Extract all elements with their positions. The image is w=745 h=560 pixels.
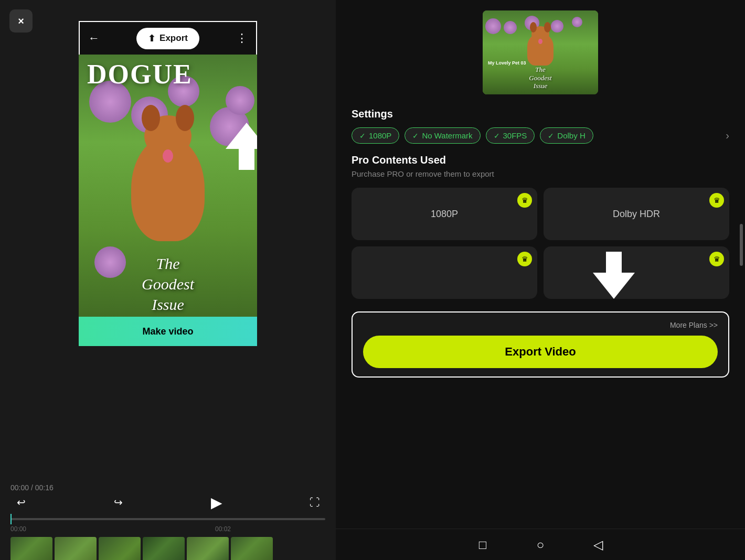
back-arrow-icon[interactable]: ← [88,31,100,45]
settings-row: ✓ 1080P ✓ No Watermark ✓ 30FPS ✓ Dolby H… [352,127,729,144]
nav-recents-button[interactable]: ◁ [590,537,606,553]
timeline-cursor[interactable] [10,514,12,524]
pro-items-grid: ♛ 1080P ♛ Dolby HDR [352,188,729,240]
check-icon: ✓ [494,132,500,140]
crown-badge: ♛ [517,193,532,208]
fullscreen-button[interactable]: ⛶ [304,492,325,513]
play-button[interactable]: ▶ [205,491,228,514]
setting-chip-1080p[interactable]: ✓ 1080P [352,127,399,144]
timeline-labels: 00:00 00:02 [10,525,325,533]
left-panel: × ← ⬆ Export ⋮ DOGUE [0,0,336,560]
preview-subtitle: The Goodest Issue [483,66,598,90]
export-area: More Plans >> Export Video [352,311,729,378]
timeline-scrubber[interactable] [10,518,325,520]
crown-badge: ♛ [709,193,724,208]
more-plans-link[interactable]: More Plans >> [363,321,718,329]
fullscreen-icon: ⛶ [310,497,320,509]
upload-arrow-icon [226,123,257,170]
close-icon: × [18,15,24,27]
pro-items-bottom-row: ♛ ♛ [352,246,729,299]
pro-items-grid-bottom: ♛ ♛ [352,246,729,299]
undo-icon: ↩ [17,496,26,509]
playback-controls: ↩ ↪ ▶ ⛶ [10,491,325,514]
play-icon: ▶ [211,494,222,511]
settings-label: Settings [352,108,729,120]
nav-square-icon: □ [479,537,487,552]
crown-icon: ♛ [714,196,720,204]
thumbnail-item [143,537,185,560]
magazine-title: DOGUE [79,55,257,94]
right-content: The Goodest Issue My Lovely Pet 03 Setti… [336,0,745,378]
pro-contents-label: Pro Contents Used [352,154,729,166]
redo-button[interactable]: ↪ [108,492,129,513]
svg-marker-0 [226,123,257,170]
preview-pet-name: My Lovely Pet 03 [488,60,526,66]
export-button-label: Export [159,33,188,44]
pro-item-3[interactable]: ♛ [352,246,537,299]
check-icon: ✓ [548,132,554,140]
settings-expand-icon[interactable]: › [726,130,729,142]
close-button[interactable]: × [9,9,33,33]
crown-icon: ♛ [522,255,528,263]
nav-circle-icon: ○ [537,537,545,552]
phone-preview: ← ⬆ Export ⋮ DOGUE [79,21,257,346]
pro-item-label-1080p: 1080P [431,209,458,220]
crown-badge: ♛ [709,252,724,266]
subtitle-text: The Goodest Issue [79,253,257,315]
crown-icon: ♛ [714,255,720,263]
make-video-button[interactable]: Make video [79,317,257,346]
bottom-nav-bar: □ ○ ◁ [336,529,745,560]
redo-icon: ↪ [114,496,123,509]
thumbnail-item [231,537,273,560]
phone-screen: DOGUE The [79,55,257,346]
right-panel: The Goodest Issue My Lovely Pet 03 Setti… [336,0,745,560]
timeline-area: 00:00 / 00:16 ↩ ↪ ▶ ⛶ 00:00 [0,466,336,560]
pro-item-label-dolby: Dolby HDR [613,209,660,220]
pro-item-1080p[interactable]: ♛ 1080P [352,188,537,240]
chip-label-watermark: No Watermark [422,131,472,140]
setting-chip-dolby[interactable]: ✓ Dolby H [540,127,593,144]
nav-triangle-icon: ◁ [593,537,603,552]
export-top-bar: ← ⬆ Export ⋮ [79,21,257,55]
more-options-icon[interactable]: ⋮ [236,31,248,45]
preview-thumbnail: The Goodest Issue My Lovely Pet 03 [483,10,598,94]
nav-back-button[interactable]: ○ [533,537,548,553]
check-icon: ✓ [359,132,366,140]
preview-thumbnail-area: The Goodest Issue My Lovely Pet 03 [352,0,729,100]
export-video-button[interactable]: Export Video [363,336,718,368]
thumbnail-item [187,537,229,560]
scrollbar[interactable] [740,224,743,266]
crown-icon: ♛ [522,196,528,204]
pro-item-4[interactable]: ♛ [544,246,729,299]
nav-home-button[interactable]: □ [475,537,491,553]
export-button[interactable]: ⬆ Export [136,28,199,49]
check-icon: ✓ [412,132,419,140]
chip-label-dolby: Dolby H [557,131,585,140]
thumbnail-item [10,537,52,560]
thumbnail-item [99,537,141,560]
chip-label-1080p: 1080P [369,131,391,140]
setting-chip-fps[interactable]: ✓ 30FPS [486,127,535,144]
undo-button[interactable]: ↩ [10,492,31,513]
pro-contents-sublabel: Purchase PRO or remove them to export [352,169,729,178]
subtitle-area: The Goodest Issue My Lovely Pet 03 [79,253,257,325]
dog-scene: DOGUE The [79,55,257,346]
crown-badge: ♛ [517,252,532,266]
chip-label-fps: 30FPS [503,131,527,140]
upload-icon: ⬆ [148,33,155,44]
thumbnail-strip [10,537,325,560]
pro-item-dolby[interactable]: ♛ Dolby HDR [544,188,729,240]
thumbnail-item [55,537,97,560]
setting-chip-watermark[interactable]: ✓ No Watermark [405,127,480,144]
time-display: 00:00 / 00:16 [10,483,54,492]
